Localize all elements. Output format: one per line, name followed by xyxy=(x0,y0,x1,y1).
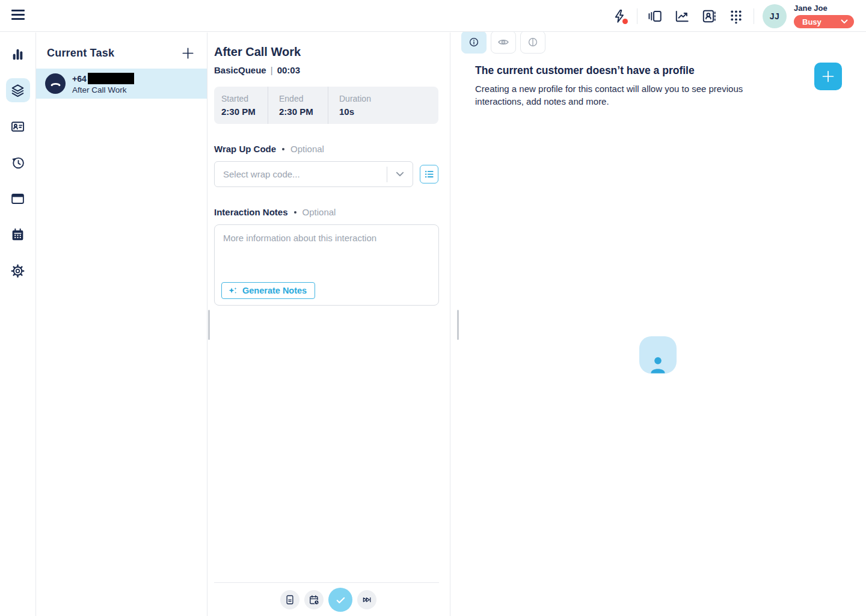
sparkle-icon xyxy=(228,286,238,296)
summary-value-ended: 2:30 PM xyxy=(279,106,328,117)
contacts-book-icon xyxy=(701,8,717,24)
plus-icon xyxy=(821,69,835,84)
after-call-work-panel: After Call Work BasicQueue|00:03 Started… xyxy=(207,32,450,616)
task-status-label: After Call Work xyxy=(72,85,134,94)
settings-gear-icon xyxy=(10,263,25,279)
task-phone-number: +64 xyxy=(72,74,87,84)
chevron-down-icon xyxy=(841,19,848,24)
summary-label-ended: Ended xyxy=(279,94,328,103)
complete-task-button[interactable] xyxy=(328,588,352,612)
summary-value-started: 2:30 PM xyxy=(221,106,268,117)
create-profile-button[interactable] xyxy=(814,63,842,90)
acw-queue-timer: BasicQueue|00:03 xyxy=(214,65,438,75)
wrap-up-list-button[interactable] xyxy=(420,165,438,183)
bullet-dot xyxy=(294,211,296,214)
notification-dot xyxy=(622,19,628,24)
header-divider xyxy=(637,8,637,24)
acw-title: After Call Work xyxy=(214,45,438,59)
interaction-notes-field: Generate Notes xyxy=(214,224,439,306)
profile-tabs xyxy=(450,31,866,54)
skip-end-icon xyxy=(361,594,372,605)
user-name: Jane Joe xyxy=(794,4,828,13)
hamburger-menu-icon[interactable] xyxy=(11,10,25,22)
schedule-callback-button[interactable] xyxy=(304,590,324,609)
wrap-up-optional-label: Optional xyxy=(290,144,324,154)
footer-divider xyxy=(214,582,439,583)
sidebar-item-history[interactable] xyxy=(6,150,30,174)
calendar-clock-icon xyxy=(309,594,320,606)
user-block: Jane Joe Busy xyxy=(794,4,854,28)
browser-window-icon xyxy=(10,191,25,206)
interaction-notes-optional-label: Optional xyxy=(302,207,336,217)
current-task-panel: Current Task +64 After Call Work xyxy=(36,32,207,616)
scrollbar-thumb[interactable] xyxy=(457,310,459,340)
check-icon xyxy=(334,594,347,606)
top-header: JJ Jane Joe Busy xyxy=(0,0,866,32)
generate-notes-button[interactable]: Generate Notes xyxy=(221,282,315,299)
summary-value-duration: 10s xyxy=(339,106,438,117)
dialpad-button[interactable] xyxy=(727,7,745,25)
sidebar-item-calendar[interactable] xyxy=(6,223,30,247)
metrics-button[interactable] xyxy=(673,7,691,25)
sidebar-item-tasks[interactable] xyxy=(6,78,30,102)
user-avatar[interactable]: JJ xyxy=(763,4,787,28)
person-icon xyxy=(648,354,668,374)
info-circle-icon xyxy=(468,37,479,48)
task-list-item[interactable]: +64 After Call Work xyxy=(36,69,207,99)
wrap-up-code-select[interactable]: Select wrap code... xyxy=(214,161,413,187)
header-divider xyxy=(754,8,754,24)
summary-label-started: Started xyxy=(221,94,268,103)
notes-document-button[interactable] xyxy=(280,590,299,609)
tab-insights[interactable] xyxy=(520,31,545,54)
sidebar-item-contacts[interactable] xyxy=(6,114,30,138)
flash-notifications-button[interactable] xyxy=(610,7,628,25)
interaction-notes-label: Interaction Notes xyxy=(214,207,288,217)
generate-notes-label: Generate Notes xyxy=(242,286,307,295)
call-summary-card: Started 2:30 PM Ended 2:30 PM Duration 1… xyxy=(214,87,438,124)
sidebar-item-metrics[interactable] xyxy=(6,42,30,66)
no-profile-title: The current customer doesn’t have a prof… xyxy=(475,64,764,77)
bullet-dot xyxy=(282,148,284,150)
dialpad-icon xyxy=(728,8,744,24)
left-icon-rail xyxy=(0,32,36,616)
profile-avatar-placeholder xyxy=(639,336,677,374)
document-icon xyxy=(284,594,295,605)
contact-card-icon xyxy=(10,119,25,134)
contacts-button[interactable] xyxy=(700,7,718,25)
customer-profile-panel: The current customer doesn’t have a prof… xyxy=(450,32,866,616)
line-chart-icon xyxy=(674,8,690,24)
queue-timer-separator: | xyxy=(271,65,273,75)
acw-timer: 00:03 xyxy=(277,65,300,75)
phone-end-icon xyxy=(45,73,66,94)
split-circle-icon xyxy=(527,37,538,48)
calendar-icon xyxy=(10,227,25,242)
tab-preview[interactable] xyxy=(491,31,516,54)
eye-icon xyxy=(497,36,509,48)
bullet-list-icon xyxy=(424,169,434,179)
panels-icon xyxy=(647,8,663,24)
header-actions: JJ Jane Joe Busy xyxy=(610,0,854,32)
no-profile-description: Creating a new profile for this contact … xyxy=(475,82,761,108)
workspace-icons xyxy=(646,7,745,25)
summary-label-duration: Duration xyxy=(339,94,438,103)
redacted-phone-number xyxy=(88,73,134,84)
chevron-down-icon xyxy=(387,171,413,177)
sidebar-item-browser[interactable] xyxy=(6,186,30,211)
status-dropdown-button[interactable]: Busy xyxy=(794,15,854,28)
status-label: Busy xyxy=(802,17,821,26)
layers-icon xyxy=(10,83,25,98)
add-task-button[interactable] xyxy=(181,46,195,60)
bar-chart-icon xyxy=(10,47,25,62)
tab-info[interactable] xyxy=(461,31,487,54)
skip-task-button[interactable] xyxy=(357,590,376,609)
acw-action-bar xyxy=(207,588,449,612)
panels-button[interactable] xyxy=(646,7,664,25)
scrollbar-thumb[interactable] xyxy=(208,310,210,340)
sidebar-item-settings[interactable] xyxy=(6,259,30,283)
queue-name: BasicQueue xyxy=(214,65,266,75)
wrap-up-code-label: Wrap Up Code xyxy=(214,144,276,154)
wrap-up-code-placeholder: Select wrap code... xyxy=(215,169,387,179)
no-profile-message: The current customer doesn’t have a prof… xyxy=(475,64,764,108)
current-task-title: Current Task xyxy=(47,47,114,60)
history-icon xyxy=(10,155,25,170)
